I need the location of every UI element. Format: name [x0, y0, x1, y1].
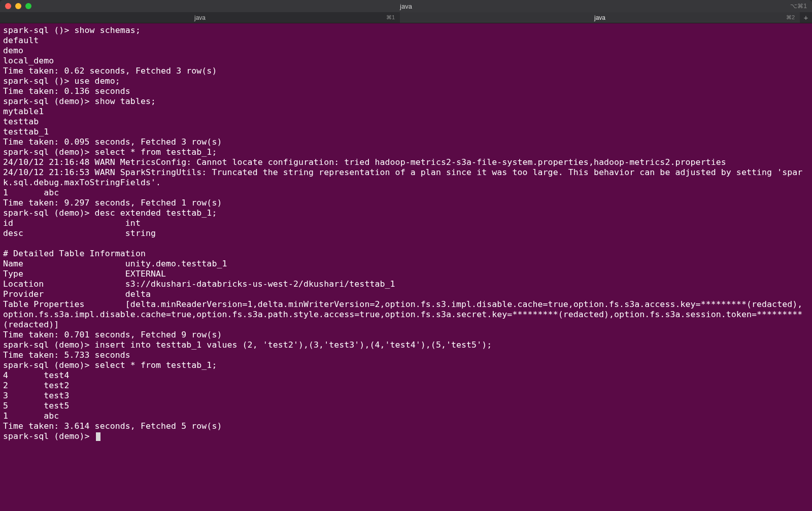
tab-shortcut: ⌘1 [386, 14, 395, 21]
tab-shortcut: ⌘2 [786, 14, 795, 21]
terminal-window: java ⌥⌘1 java ⌘1 java ⌘2 + spark-sql ()>… [0, 0, 812, 511]
terminal-cursor [96, 432, 100, 441]
tabbar: java ⌘1 java ⌘2 + [0, 12, 812, 23]
minimize-icon[interactable] [15, 3, 21, 9]
broadcast-indicator: ⌥⌘1 [790, 3, 807, 10]
tab-2[interactable]: java ⌘2 [400, 12, 800, 23]
window-title: java [400, 3, 412, 10]
tab-label: java [594, 14, 605, 21]
tab-label: java [194, 14, 206, 21]
maximize-icon[interactable] [25, 3, 31, 9]
new-tab-button[interactable]: + [800, 12, 812, 23]
close-icon[interactable] [5, 3, 11, 9]
terminal-prompt: spark-sql (demo)> [3, 431, 95, 441]
terminal-output[interactable]: spark-sql ()> show schemas; default demo… [0, 23, 812, 511]
titlebar[interactable]: java ⌥⌘1 [0, 0, 812, 12]
tab-1[interactable]: java ⌘1 [0, 12, 400, 23]
traffic-lights [5, 3, 31, 9]
